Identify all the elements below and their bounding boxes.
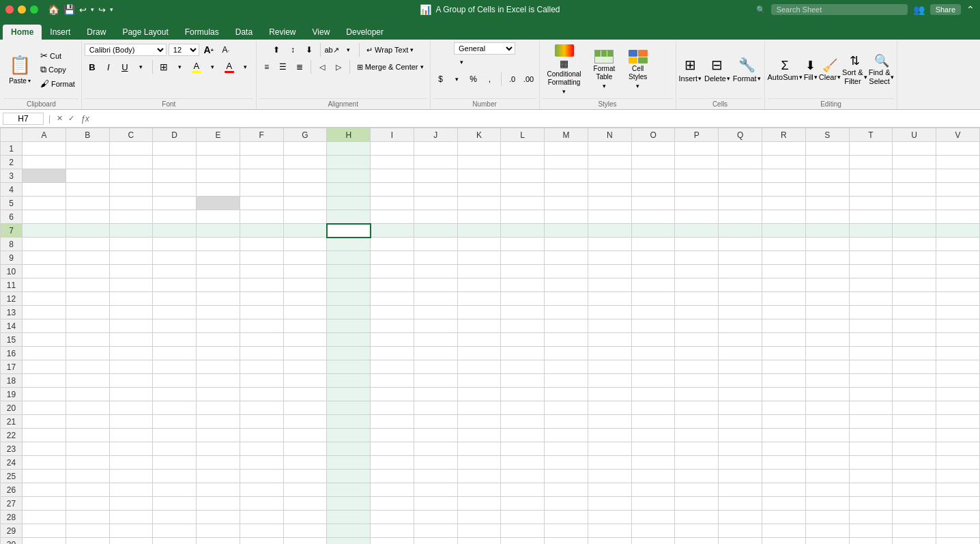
cell-B30[interactable] [66, 538, 109, 545]
cell-O29[interactable] [631, 524, 675, 538]
cell-S10[interactable] [805, 265, 849, 278]
cell-Q27[interactable] [719, 497, 762, 511]
cell-S15[interactable] [805, 333, 849, 347]
cell-G30[interactable] [283, 538, 327, 545]
cell-F13[interactable] [240, 306, 283, 319]
cell-I1[interactable] [371, 142, 414, 156]
indent-decrease-button[interactable]: ◁ [315, 59, 330, 74]
cell-K18[interactable] [457, 374, 501, 388]
cell-K9[interactable] [457, 251, 501, 265]
cell-Q3[interactable] [719, 169, 762, 183]
cell-J24[interactable] [414, 456, 457, 470]
cell-J3[interactable] [414, 169, 457, 183]
cell-S24[interactable] [805, 456, 849, 470]
cell-A20[interactable] [23, 401, 66, 415]
cell-F21[interactable] [240, 415, 283, 429]
cell-M3[interactable] [545, 169, 588, 183]
cell-G23[interactable] [283, 442, 327, 456]
cell-M5[interactable] [545, 197, 588, 210]
cell-H21[interactable] [327, 415, 371, 429]
cell-R15[interactable] [762, 333, 806, 347]
cell-I14[interactable] [371, 319, 414, 333]
cell-J22[interactable] [414, 429, 457, 442]
cell-B15[interactable] [66, 333, 109, 347]
col-header-P[interactable]: P [675, 128, 719, 142]
cell-K4[interactable] [457, 183, 501, 197]
cell-N28[interactable] [588, 511, 631, 524]
cell-U24[interactable] [893, 456, 936, 470]
cell-B8[interactable] [66, 238, 109, 251]
borders-dropdown[interactable]: ▾ [173, 59, 188, 74]
cell-E7[interactable] [197, 224, 240, 238]
cell-S9[interactable] [805, 251, 849, 265]
cell-P14[interactable] [675, 319, 719, 333]
cell-J4[interactable] [414, 183, 457, 197]
cell-G19[interactable] [283, 388, 327, 401]
cell-U4[interactable] [893, 183, 936, 197]
cell-G15[interactable] [283, 333, 327, 347]
cell-U7[interactable] [893, 224, 936, 238]
format-table-button[interactable]: FormatTable ▾ [589, 48, 620, 91]
copy-button[interactable]: ⧉ Copy [37, 63, 78, 76]
cell-P22[interactable] [675, 429, 719, 442]
cell-B28[interactable] [66, 511, 109, 524]
cell-G27[interactable] [283, 497, 327, 511]
cell-H6[interactable] [327, 210, 371, 224]
cell-N30[interactable] [588, 538, 631, 545]
cell-C3[interactable] [109, 169, 153, 183]
cell-O3[interactable] [631, 169, 675, 183]
cell-U5[interactable] [893, 197, 936, 210]
cell-T23[interactable] [849, 442, 893, 456]
cell-T13[interactable] [849, 306, 893, 319]
cell-E6[interactable] [197, 210, 240, 224]
cell-S26[interactable] [805, 483, 849, 497]
cell-U17[interactable] [893, 360, 936, 374]
cell-O27[interactable] [631, 497, 675, 511]
cell-M13[interactable] [545, 306, 588, 319]
increase-font-size-button[interactable]: A+ [201, 42, 216, 57]
cell-K11[interactable] [457, 278, 501, 292]
cell-H13[interactable] [327, 306, 371, 319]
cell-L2[interactable] [501, 156, 545, 169]
cell-N25[interactable] [588, 470, 631, 483]
cell-S11[interactable] [805, 278, 849, 292]
col-header-K[interactable]: K [457, 128, 501, 142]
cell-E16[interactable] [197, 347, 240, 360]
align-bottom-button[interactable]: ⬇ [302, 42, 317, 57]
cell-G11[interactable] [283, 278, 327, 292]
cell-I7[interactable] [371, 224, 414, 238]
cell-P3[interactable] [675, 169, 719, 183]
cell-L23[interactable] [501, 442, 545, 456]
cell-C18[interactable] [109, 374, 153, 388]
cell-O12[interactable] [631, 292, 675, 306]
cell-B16[interactable] [66, 347, 109, 360]
cell-A8[interactable] [23, 238, 66, 251]
cell-J25[interactable] [414, 470, 457, 483]
cell-H7[interactable] [327, 224, 371, 238]
cell-V7[interactable] [936, 224, 980, 238]
cell-I10[interactable] [371, 265, 414, 278]
cell-E28[interactable] [197, 511, 240, 524]
cell-M12[interactable] [545, 292, 588, 306]
cell-K5[interactable] [457, 197, 501, 210]
cell-L19[interactable] [501, 388, 545, 401]
cell-G1[interactable] [283, 142, 327, 156]
cell-J30[interactable] [414, 538, 457, 545]
cell-I13[interactable] [371, 306, 414, 319]
cell-styles-dropdown[interactable]: ▾ [636, 83, 639, 89]
cell-E29[interactable] [197, 524, 240, 538]
cell-G24[interactable] [283, 456, 327, 470]
cell-C26[interactable] [109, 483, 153, 497]
cell-M27[interactable] [545, 497, 588, 511]
cell-C13[interactable] [109, 306, 153, 319]
indent-increase-button[interactable]: ▷ [331, 59, 346, 74]
cell-A10[interactable] [23, 265, 66, 278]
font-family-select[interactable]: Calibri (Body) [85, 44, 167, 56]
cell-D11[interactable] [153, 278, 197, 292]
cell-U14[interactable] [893, 319, 936, 333]
cell-Q25[interactable] [719, 470, 762, 483]
cell-D25[interactable] [153, 470, 197, 483]
cell-U23[interactable] [893, 442, 936, 456]
col-header-G[interactable]: G [283, 128, 327, 142]
cell-L18[interactable] [501, 374, 545, 388]
